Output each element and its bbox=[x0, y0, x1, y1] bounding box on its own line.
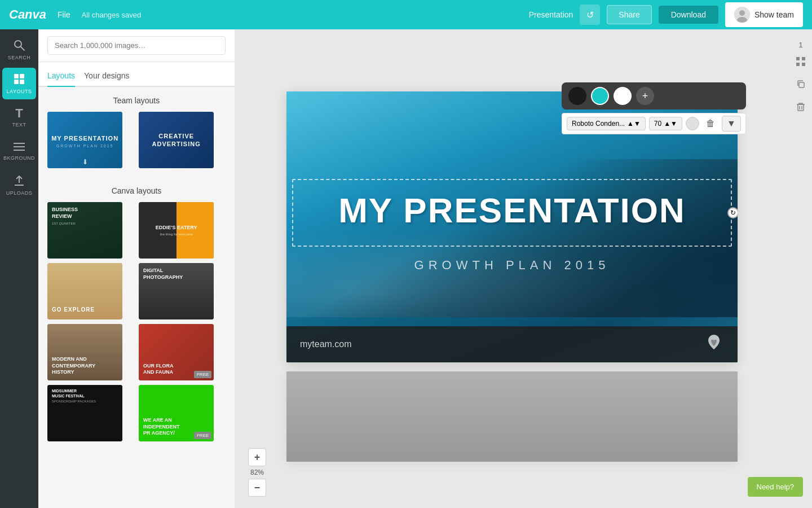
copy-icon bbox=[796, 80, 805, 91]
share-button[interactable]: Share bbox=[607, 5, 651, 24]
list-item[interactable]: OUR FLORAAND FAUNA FREE bbox=[139, 324, 214, 380]
text-label: TEXT bbox=[12, 122, 26, 128]
free-badge: FREE bbox=[194, 432, 211, 439]
font-size-input[interactable]: 70 ▲▼ bbox=[649, 117, 682, 130]
sidebar-item-background[interactable]: BKGROUND bbox=[2, 135, 36, 167]
sidebar-item-uploads[interactable]: UPLOADS bbox=[2, 169, 36, 201]
background-label: BKGROUND bbox=[3, 155, 35, 161]
canva-layouts-grid: BUSINESSREVIEW 1ST QUARTER EDDIE'S EATER… bbox=[47, 202, 226, 441]
zoom-in-button[interactable]: + bbox=[248, 448, 266, 466]
color-swatch-teal[interactable] bbox=[591, 87, 609, 105]
download-button[interactable]: Download bbox=[659, 6, 718, 24]
search-icon bbox=[14, 40, 25, 52]
upload-icon bbox=[14, 175, 25, 188]
svg-rect-8 bbox=[20, 80, 24, 84]
team-layouts-section: Team layouts MY PRESENTATION GROWTH PLAN… bbox=[38, 87, 235, 177]
slide-2-preview[interactable] bbox=[286, 371, 738, 462]
presentation-label: Presentation bbox=[529, 10, 573, 19]
free-badge: FREE bbox=[194, 371, 211, 378]
more-options-button[interactable]: ▼ bbox=[722, 116, 741, 132]
sidebar-item-layouts[interactable]: LAYOUTS bbox=[2, 68, 36, 99]
minus-icon: − bbox=[254, 482, 261, 494]
svg-point-3 bbox=[15, 41, 21, 47]
list-item[interactable]: MODERN ANDCONTEMPORARYHISTORY bbox=[47, 324, 122, 380]
show-team-label: Show team bbox=[754, 10, 794, 19]
slide-number: 1 bbox=[798, 41, 802, 49]
list-item[interactable]: WE ARE ANINDEPENDENTPR AGENCY/ FREE bbox=[139, 385, 214, 441]
canva-logo: Canva bbox=[9, 7, 46, 22]
search-label: SEARCH bbox=[8, 55, 31, 60]
help-button[interactable]: Need help? bbox=[748, 477, 804, 497]
zoom-level: 82% bbox=[250, 468, 264, 476]
tab-layouts[interactable]: Layouts bbox=[47, 69, 75, 87]
grid-button[interactable] bbox=[792, 54, 810, 72]
grid-icon bbox=[796, 57, 805, 68]
svg-rect-6 bbox=[20, 74, 24, 78]
font-select-arrow: ▲▼ bbox=[627, 120, 641, 128]
color-swatch-black[interactable] bbox=[568, 87, 586, 105]
text-formatting-toolbar: + Roboto Conden... ▲▼ 70 ▲▼ 🗑 ▼ bbox=[562, 82, 746, 134]
search-input[interactable] bbox=[47, 36, 226, 55]
list-item[interactable]: MY PRESENTATION GROWTH PLAN 2015 ⬇ bbox=[47, 112, 122, 168]
layouts-label: LAYOUTS bbox=[7, 89, 32, 94]
slide-footer-url: myteam.com bbox=[300, 339, 352, 349]
delete-slide-button[interactable] bbox=[792, 99, 810, 117]
save-status: All changes saved bbox=[82, 11, 142, 19]
tab-your-designs[interactable]: Your designs bbox=[84, 69, 129, 87]
font-size-value: 70 bbox=[654, 120, 661, 128]
layouts-icon bbox=[14, 73, 25, 86]
slide-title[interactable]: MY PRESENTATION bbox=[286, 193, 738, 228]
background-icon bbox=[14, 142, 25, 153]
svg-rect-17 bbox=[799, 82, 804, 87]
undo-button[interactable]: ↺ bbox=[580, 5, 600, 25]
undo-icon: ↺ bbox=[586, 10, 594, 20]
delete-icon: 🗑 bbox=[706, 119, 715, 128]
list-item[interactable]: BUSINESSREVIEW 1ST QUARTER bbox=[47, 202, 122, 259]
show-team-button[interactable]: Show team bbox=[725, 2, 803, 27]
zoom-controls: + 82% − bbox=[248, 448, 266, 497]
list-item[interactable]: GO EXPLORE bbox=[47, 263, 122, 319]
left-panel: Layouts Your designs Team layouts MY PRE… bbox=[38, 29, 235, 508]
list-item[interactable]: EDDIE'S EATERY the thing for everyone bbox=[139, 202, 214, 259]
list-item[interactable]: DIGITALPHOTOGRAPHY bbox=[139, 263, 214, 319]
plus-icon: + bbox=[254, 452, 261, 463]
main-canvas-area: + Roboto Conden... ▲▼ 70 ▲▼ 🗑 ▼ bbox=[235, 29, 789, 508]
team-layouts-grid: MY PRESENTATION GROWTH PLAN 2015 ⬇ CREAT… bbox=[47, 112, 226, 168]
svg-rect-13 bbox=[796, 57, 800, 60]
svg-rect-15 bbox=[796, 63, 800, 66]
icon-sidebar: SEARCH LAYOUTS T TEXT BKGROUND bbox=[0, 29, 38, 508]
sidebar-item-search[interactable]: SEARCH bbox=[2, 34, 36, 65]
download-icon: ⬇ bbox=[82, 158, 88, 166]
color-swatch-white[interactable] bbox=[614, 87, 632, 105]
slide-subtitle[interactable]: GROWTH PLAN 2015 bbox=[286, 258, 738, 273]
font-family-select[interactable]: Roboto Conden... ▲▼ bbox=[567, 117, 646, 130]
panel-tabs: Layouts Your designs bbox=[38, 62, 235, 87]
font-color-swatch[interactable] bbox=[686, 117, 699, 130]
list-item[interactable]: CREATIVEADVERTISING bbox=[139, 112, 214, 168]
plus-icon: + bbox=[642, 90, 648, 102]
add-color-button[interactable]: + bbox=[636, 87, 654, 105]
list-item[interactable]: MIDSUMMERMUSIC FESTIVAL SPONSORSHIP PACK… bbox=[47, 385, 122, 441]
sidebar-item-text[interactable]: T TEXT bbox=[2, 102, 36, 133]
team-layouts-title: Team layouts bbox=[47, 96, 226, 105]
slide-footer-logo bbox=[704, 332, 724, 356]
svg-point-1 bbox=[739, 10, 745, 16]
svg-rect-7 bbox=[14, 80, 19, 84]
uploads-label: UPLOADS bbox=[6, 190, 33, 196]
svg-rect-16 bbox=[802, 63, 805, 66]
svg-rect-14 bbox=[802, 57, 805, 60]
text-icon: T bbox=[15, 107, 23, 120]
search-bar bbox=[38, 29, 235, 62]
avatar bbox=[734, 7, 750, 23]
canva-layouts-section: Canva layouts BUSINESSREVIEW 1ST QUARTER… bbox=[38, 177, 235, 450]
delete-text-button[interactable]: 🗑 bbox=[703, 117, 718, 130]
svg-rect-5 bbox=[14, 74, 19, 78]
zoom-out-button[interactable]: − bbox=[248, 479, 266, 497]
copy-button[interactable] bbox=[792, 76, 810, 94]
font-name-label: Roboto Conden... bbox=[572, 120, 625, 128]
color-picker-bar: + bbox=[562, 82, 746, 110]
avatar-icon bbox=[734, 7, 750, 23]
trash-icon bbox=[797, 102, 805, 113]
file-menu[interactable]: File bbox=[58, 10, 70, 19]
right-sidebar: 1 bbox=[789, 29, 812, 508]
